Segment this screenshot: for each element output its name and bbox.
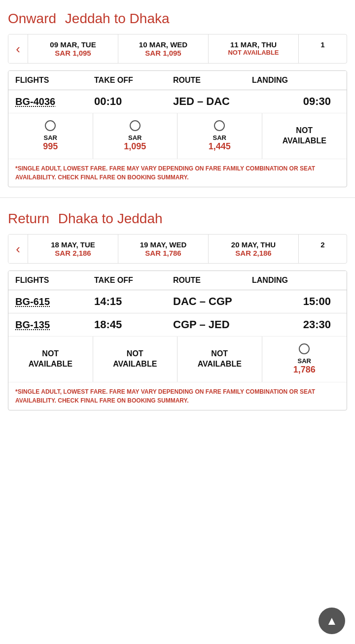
onward-disclaimer: *SINGLE ADULT, LOWEST FARE. FARE MAY VAR…	[8, 159, 347, 187]
onward-fare-2-currency: SAR	[128, 134, 142, 141]
onward-fare-3-radio[interactable]	[214, 120, 225, 131]
onward-flights-card: FLIGHTS TAKE OFF ROUTE LANDING BG-4036 0…	[8, 70, 347, 187]
scroll-to-top-button[interactable]: ▲	[319, 608, 345, 634]
onward-fare-2[interactable]: SAR 1,095	[93, 113, 178, 159]
return-flight-1-landing: 15:00	[252, 295, 331, 308]
onward-flight-row: BG-4036 00:10 JED – DAC 09:30	[8, 90, 347, 113]
return-prev-arrow[interactable]: ‹	[8, 235, 28, 263]
return-flight-1-id: BG-615	[15, 296, 94, 307]
return-date-3[interactable]: 20 MAY, THU SAR 2,186	[209, 235, 299, 263]
onward-subtitle: Jeddah to Dhaka	[65, 11, 170, 26]
return-date-3-price: SAR 2,186	[212, 249, 295, 257]
onward-section: Onward Jeddah to Dhaka ‹ 09 MAR, TUE SAR…	[0, 0, 355, 197]
return-fare-2-na: NOTAVAILABLE	[93, 337, 178, 382]
return-fare-4-currency: SAR	[298, 357, 311, 365]
return-title: Return Dhaka to Jeddah	[8, 209, 347, 227]
onward-date-3-price: NOT AVAILABLE	[212, 49, 295, 56]
onward-fare-1[interactable]: SAR 995	[8, 113, 93, 159]
return-section: Return Dhaka to Jeddah ‹ 18 MAY, TUE SAR…	[0, 200, 355, 420]
onward-title: Onward Jeddah to Dhaka	[8, 9, 347, 27]
onward-date-1-label: 09 MAR, TUE	[31, 40, 115, 49]
return-date-1-price: SAR 2,186	[31, 249, 115, 257]
onward-col-route: ROUTE	[173, 76, 252, 85]
onward-date-4[interactable]: 1	[299, 34, 347, 63]
return-fare-4-radio[interactable]	[299, 343, 310, 354]
return-date-selector: ‹ 18 MAY, TUE SAR 2,186 19 MAY, WED SAR …	[8, 234, 347, 264]
return-date-2-price: SAR 1,786	[121, 249, 205, 257]
onward-date-4-label: 1	[302, 40, 344, 49]
return-flight-2-route: CGP – JED	[173, 318, 252, 331]
onward-fare-4-na: NOTAVAILABLE	[262, 113, 347, 159]
return-flight-2-id: BG-135	[15, 319, 94, 331]
onward-date-2-price: SAR 1,095	[121, 49, 205, 57]
onward-fare-3-currency: SAR	[213, 134, 226, 141]
onward-date-selector: ‹ 09 MAR, TUE SAR 1,095 10 MAR, WED SAR …	[8, 34, 347, 64]
onward-date-2[interactable]: 10 MAR, WED SAR 1,095	[118, 34, 209, 63]
return-date-2-label: 19 MAY, WED	[121, 240, 205, 249]
return-col-route: ROUTE	[173, 276, 252, 285]
return-date-4[interactable]: 2	[299, 235, 347, 263]
onward-flight-landing: 09:30	[252, 95, 331, 108]
return-fare-4-amount: 1,786	[293, 365, 316, 375]
onward-col-landing: LANDING	[252, 76, 331, 85]
onward-date-1[interactable]: 09 MAR, TUE SAR 1,095	[28, 34, 118, 63]
onward-fare-2-amount: 1,095	[124, 141, 146, 152]
return-fare-2-na-text: NOTAVAILABLE	[113, 349, 157, 370]
onward-flight-takeoff: 00:10	[94, 95, 173, 108]
onward-fare-1-radio[interactable]	[45, 120, 56, 131]
return-flight-1-takeoff: 14:15	[94, 295, 173, 308]
onward-col-flights: FLIGHTS	[15, 76, 94, 85]
return-date-1[interactable]: 18 MAY, TUE SAR 2,186	[28, 235, 118, 263]
return-date-2[interactable]: 19 MAY, WED SAR 1,786	[118, 235, 209, 263]
onward-fare-3-amount: 1,445	[209, 141, 231, 152]
onward-fare-3[interactable]: SAR 1,445	[178, 113, 262, 159]
return-col-flights: FLIGHTS	[15, 276, 94, 285]
return-fare-1-na: NOTAVAILABLE	[8, 337, 93, 382]
return-col-takeoff: TAKE OFF	[94, 276, 173, 285]
return-fare-options: NOTAVAILABLE NOTAVAILABLE NOTAVAILABLE S…	[8, 337, 347, 382]
return-date-4-label: 2	[302, 240, 344, 249]
onward-flight-route: JED – DAC	[173, 95, 252, 108]
onward-date-2-label: 10 MAR, WED	[121, 40, 205, 49]
onward-fare-1-currency: SAR	[44, 134, 57, 141]
onward-fare-4-na-text: NOTAVAILABLE	[283, 126, 326, 146]
onward-prev-arrow[interactable]: ‹	[8, 34, 28, 63]
onward-flights-header: FLIGHTS TAKE OFF ROUTE LANDING	[8, 71, 347, 90]
onward-date-3-label: 11 MAR, THU	[212, 40, 295, 49]
section-divider	[0, 197, 355, 198]
onward-date-3[interactable]: 11 MAR, THU NOT AVAILABLE	[209, 34, 299, 63]
return-fare-1-na-text: NOTAVAILABLE	[29, 349, 72, 370]
return-flight-row-2: BG-135 18:45 CGP – JED 23:30	[8, 313, 347, 337]
onward-date-1-price: SAR 1,095	[31, 49, 115, 57]
return-title-text: Return	[8, 211, 49, 226]
return-flight-2-takeoff: 18:45	[94, 318, 173, 331]
return-disclaimer: *SINGLE ADULT, LOWEST FARE. FARE MAY VAR…	[8, 382, 347, 410]
return-flights-header: FLIGHTS TAKE OFF ROUTE LANDING	[8, 271, 347, 290]
return-subtitle: Dhaka to Jeddah	[58, 211, 163, 226]
onward-title-text: Onward	[8, 11, 56, 26]
return-fare-4[interactable]: SAR 1,786	[262, 337, 347, 382]
onward-flight-id: BG-4036	[15, 96, 94, 107]
onward-fare-options: SAR 995 SAR 1,095 SAR 1,445 NOTAVAILABLE	[8, 113, 347, 159]
return-flight-row-1: BG-615 14:15 DAC – CGP 15:00	[8, 290, 347, 313]
return-flights-card: FLIGHTS TAKE OFF ROUTE LANDING BG-615 14…	[8, 271, 347, 410]
return-flight-2-landing: 23:30	[252, 318, 331, 331]
onward-fare-1-amount: 995	[43, 141, 58, 152]
return-fare-3-na: NOTAVAILABLE	[178, 337, 262, 382]
return-date-3-label: 20 MAY, THU	[212, 240, 295, 249]
onward-date-items: 09 MAR, TUE SAR 1,095 10 MAR, WED SAR 1,…	[28, 34, 347, 63]
return-col-landing: LANDING	[252, 276, 331, 285]
return-date-items: 18 MAY, TUE SAR 2,186 19 MAY, WED SAR 1,…	[28, 235, 347, 263]
return-date-1-label: 18 MAY, TUE	[31, 240, 115, 249]
onward-fare-2-radio[interactable]	[130, 120, 141, 131]
scroll-icon: ▲	[326, 614, 338, 628]
onward-col-takeoff: TAKE OFF	[94, 76, 173, 85]
return-fare-3-na-text: NOTAVAILABLE	[198, 349, 242, 370]
return-flight-1-route: DAC – CGP	[173, 295, 252, 308]
